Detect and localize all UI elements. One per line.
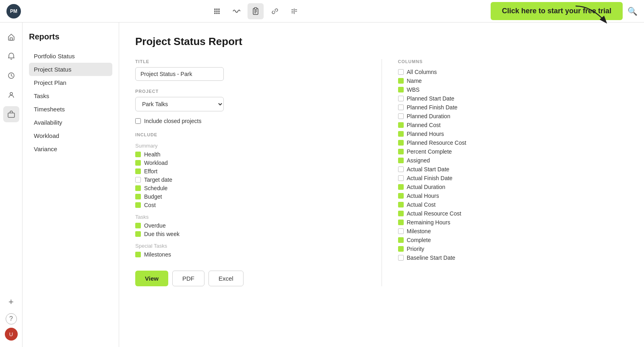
col-all-columns: All Columns: [398, 69, 628, 75]
arrow-annotation: [572, 4, 612, 28]
form-layout: TITLE PROJECT Park Talks Include closed …: [135, 59, 628, 286]
health-label: Health: [144, 151, 160, 158]
logo: PM: [6, 4, 21, 18]
col-remaining-hours: Remaining Hours: [398, 219, 628, 226]
bell-icon[interactable]: [3, 48, 19, 64]
col-assigned: Assigned: [398, 157, 628, 164]
col-planned-start: Planned Start Date: [398, 95, 628, 102]
split-icon[interactable]: [286, 3, 302, 19]
reports-sidebar: Reports Portfolio Status Project Status …: [23, 23, 119, 347]
view-button[interactable]: View: [135, 271, 168, 286]
briefcase-icon[interactable]: [3, 106, 19, 122]
priority-label: Priority: [407, 246, 425, 252]
user-icon[interactable]: [3, 87, 19, 103]
svg-point-2: [218, 8, 220, 10]
svg-rect-20: [10, 38, 12, 40]
col-planned-hours: Planned Hours: [398, 131, 628, 137]
col-planned-resource-cost: Planned Resource Cost: [398, 140, 628, 146]
col-wbs: WBS: [398, 86, 628, 93]
baseline-start-label: Baseline Start Date: [407, 255, 456, 261]
target-date-checkbox[interactable]: [135, 177, 141, 183]
col-actual-hours: Actual Hours: [398, 193, 628, 199]
sidebar-item-workload[interactable]: Workload: [29, 129, 112, 142]
col-planned-cost: Planned Cost: [398, 122, 628, 128]
actual-duration-checkbox: [398, 184, 404, 190]
actual-finish-checkbox[interactable]: [398, 175, 404, 181]
task-overdue: Overdue: [135, 222, 365, 229]
planned-finish-checkbox[interactable]: [398, 105, 404, 110]
include-closed-label: Include closed projects: [144, 118, 201, 124]
topbar: PM Click here to start your free trial 🔍: [0, 0, 644, 23]
pdf-button[interactable]: PDF: [172, 271, 204, 286]
priority-checkbox: [398, 246, 404, 252]
name-col-label: Name: [407, 78, 422, 84]
sidebar-item-timesheets[interactable]: Timesheets: [29, 103, 112, 116]
summary-effort: Effort: [135, 168, 365, 175]
sidebar-item-portfolio-status[interactable]: Portfolio Status: [29, 49, 112, 63]
due-week-label: Due this week: [144, 231, 180, 237]
complete-checkbox: [398, 237, 404, 243]
actual-start-label: Actual Start Date: [407, 166, 450, 172]
wbs-col-checkbox: [398, 87, 404, 92]
sidebar-item-project-status[interactable]: Project Status: [29, 63, 112, 76]
task-due-this-week: Due this week: [135, 231, 365, 237]
topbar-right: Click here to start your free trial 🔍: [491, 2, 638, 20]
svg-rect-10: [254, 8, 257, 9]
svg-point-4: [216, 10, 218, 12]
actual-start-checkbox[interactable]: [398, 166, 404, 172]
planned-duration-checkbox[interactable]: [398, 113, 404, 119]
title-input[interactable]: [135, 67, 224, 81]
grid-icon[interactable]: [209, 3, 225, 19]
wave-icon[interactable]: [228, 3, 244, 19]
sidebar-item-project-plan[interactable]: Project Plan: [29, 76, 112, 89]
sidebar-nav: + ? U: [0, 23, 23, 347]
due-week-checkbox-indicator: [135, 231, 141, 237]
home-icon[interactable]: [3, 29, 19, 45]
svg-point-3: [214, 10, 216, 12]
baseline-start-checkbox[interactable]: [398, 255, 404, 261]
project-select[interactable]: Park Talks: [135, 97, 224, 111]
add-button[interactable]: +: [3, 294, 19, 310]
all-columns-label: All Columns: [407, 69, 437, 75]
sidebar-item-tasks[interactable]: Tasks: [29, 89, 112, 103]
milestones-label: Milestones: [144, 251, 171, 258]
col-actual-resource-cost: Actual Resource Cost: [398, 210, 628, 217]
avatar[interactable]: U: [5, 328, 18, 341]
sidebar-item-availability[interactable]: Availability: [29, 116, 112, 129]
special-tasks-sublabel: Special Tasks: [135, 243, 365, 249]
summary-workload: Workload: [135, 160, 365, 166]
col-baseline-start: Baseline Start Date: [398, 255, 628, 261]
clipboard-icon[interactable]: [248, 3, 264, 19]
summary-health: Health: [135, 151, 365, 158]
all-columns-checkbox[interactable]: [398, 69, 404, 75]
search-button[interactable]: 🔍: [627, 6, 638, 16]
col-actual-finish: Actual Finish Date: [398, 175, 628, 181]
milestone-checkbox[interactable]: [398, 228, 404, 234]
include-closed-checkbox[interactable]: [135, 118, 141, 124]
overdue-checkbox-indicator: [135, 223, 141, 228]
topbar-icons: [21, 3, 491, 19]
actual-hours-label: Actual Hours: [407, 193, 439, 199]
planned-start-label: Planned Start Date: [407, 95, 454, 102]
clock-icon[interactable]: [3, 68, 19, 84]
reports-title: Reports: [29, 32, 112, 41]
sidebar-bottom: + ? U: [3, 294, 19, 341]
col-actual-cost: Actual Cost: [398, 201, 628, 208]
percent-complete-label: Percent Complete: [407, 148, 452, 155]
actual-resource-cost-label: Actual Resource Cost: [407, 210, 461, 217]
schedule-label: Schedule: [144, 185, 167, 191]
planned-resource-cost-label: Planned Resource Cost: [407, 140, 466, 146]
actual-resource-cost-checkbox: [398, 211, 404, 216]
link-icon[interactable]: [267, 3, 283, 19]
col-actual-start: Actual Start Date: [398, 166, 628, 172]
planned-start-checkbox[interactable]: [398, 96, 404, 101]
budget-checkbox-indicator: [135, 194, 141, 199]
actual-finish-label: Actual Finish Date: [407, 175, 453, 181]
include-label: INCLUDE: [135, 132, 365, 137]
excel-button[interactable]: Excel: [208, 271, 244, 286]
sidebar-item-variance[interactable]: Variance: [29, 142, 112, 156]
help-icon[interactable]: ?: [6, 313, 17, 324]
columns-label: COLUMNS: [398, 59, 628, 64]
form-right: COLUMNS All Columns Name WBS Planned Sta…: [382, 59, 628, 286]
form-left: TITLE PROJECT Park Talks Include closed …: [135, 59, 382, 286]
